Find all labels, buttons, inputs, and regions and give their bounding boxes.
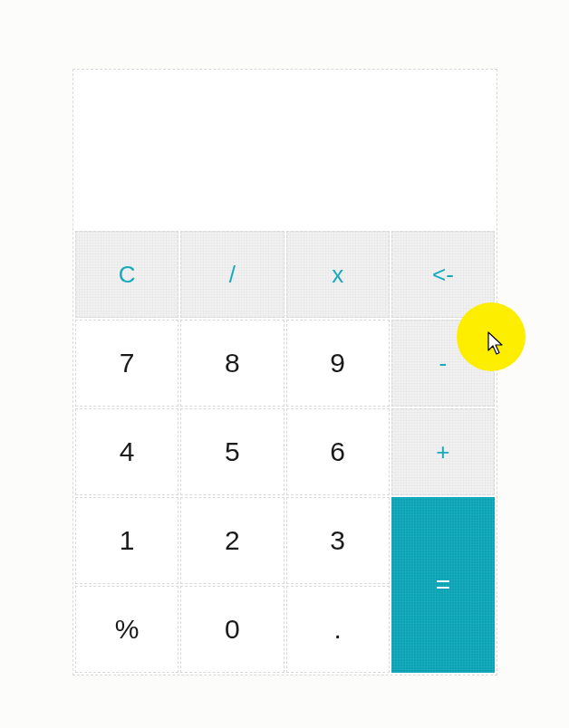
clear-button[interactable]: C xyxy=(75,231,178,318)
digit-0-button[interactable]: 0 xyxy=(180,586,284,673)
decimal-button[interactable]: . xyxy=(286,586,390,673)
digit-7-button[interactable]: 7 xyxy=(75,320,178,407)
divide-button[interactable]: / xyxy=(180,231,284,318)
digit-4-button[interactable]: 4 xyxy=(75,408,178,495)
equals-button[interactable]: = xyxy=(391,497,495,673)
plus-button[interactable]: + xyxy=(391,408,495,495)
calculator: C / x <- 7 8 9 - 4 5 6 + 1 2 3 = % 0 . xyxy=(72,69,497,675)
keypad: C / x <- 7 8 9 - 4 5 6 + 1 2 3 = % 0 . xyxy=(75,231,495,673)
digit-3-button[interactable]: 3 xyxy=(286,497,390,584)
digit-2-button[interactable]: 2 xyxy=(180,497,284,584)
digit-5-button[interactable]: 5 xyxy=(180,408,284,495)
multiply-button[interactable]: x xyxy=(286,231,390,318)
digit-9-button[interactable]: 9 xyxy=(286,320,390,407)
percent-button[interactable]: % xyxy=(75,586,178,673)
backspace-button[interactable]: <- xyxy=(391,231,495,318)
digit-1-button[interactable]: 1 xyxy=(75,497,178,584)
display xyxy=(75,72,495,231)
minus-button[interactable]: - xyxy=(391,320,495,407)
digit-6-button[interactable]: 6 xyxy=(286,408,390,495)
digit-8-button[interactable]: 8 xyxy=(180,320,284,407)
